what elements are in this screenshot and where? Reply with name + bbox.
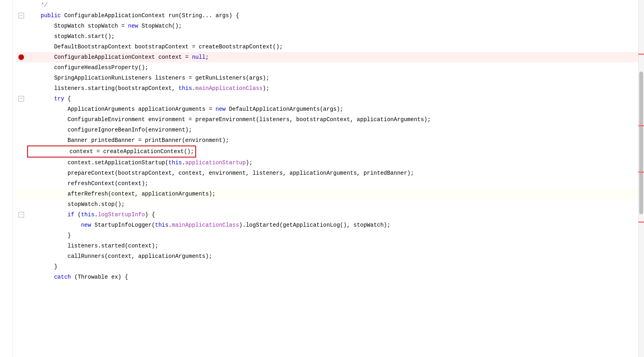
line-content: } xyxy=(26,261,638,272)
scrollbar-marker-1 xyxy=(638,54,644,55)
line-content: context = createApplicationContext(); xyxy=(26,146,638,158)
code-line: refreshContext(context); xyxy=(17,178,638,189)
fold-icon[interactable]: − xyxy=(18,13,24,18)
line-content: public ConfigurableApplicationContext ru… xyxy=(26,10,638,21)
line-content: Banner printedBanner = printBanner(envir… xyxy=(26,135,638,146)
fold-icon[interactable]: − xyxy=(18,96,24,102)
vertical-scrollbar[interactable] xyxy=(638,0,644,357)
code-line: Banner printedBanner = printBanner(envir… xyxy=(17,135,638,146)
scrollbar-marker-4 xyxy=(638,221,644,223)
line-content: new StartupInfoLogger(this.mainApplicati… xyxy=(26,220,638,230)
code-line: } xyxy=(17,230,638,241)
line-content: afterRefresh(context, applicationArgumen… xyxy=(26,189,638,199)
code-line: − if (this.logStartupInfo) { xyxy=(17,209,638,220)
code-line: context.setApplicationStartup(this.appli… xyxy=(17,158,638,168)
line-content: listeners.starting(bootstrapContext, thi… xyxy=(26,83,638,94)
line-content: try { xyxy=(26,94,638,104)
code-line: new StartupInfoLogger(this.mainApplicati… xyxy=(17,220,638,230)
line-content: refreshContext(context); xyxy=(26,178,638,189)
line-content: DefaultBootstrapContext bootstrapContext… xyxy=(26,42,638,52)
line-content: stopWatch.stop(); xyxy=(26,199,638,209)
line-content: ConfigurableApplicationContext context =… xyxy=(26,52,638,62)
scrollbar-marker-2 xyxy=(638,125,644,126)
line-content: configureIgnoreBeanInfo(environment); xyxy=(26,125,638,135)
line-content: SpringApplicationRunListeners listeners … xyxy=(26,73,638,83)
line-content: catch (Throwable ex) { xyxy=(26,272,638,282)
code-line: prepareContext(bootstrapContext, context… xyxy=(17,168,638,178)
code-line: */ xyxy=(17,0,638,10)
code-line: − public ConfigurableApplicationContext … xyxy=(17,10,638,21)
line-content: listeners.started(context); xyxy=(26,241,638,251)
code-line: stopWatch.stop(); xyxy=(17,199,638,209)
lines-wrapper: */− public ConfigurableApplicationContex… xyxy=(17,0,638,282)
line-content: } xyxy=(26,230,638,241)
code-area[interactable]: */− public ConfigurableApplicationContex… xyxy=(13,0,638,357)
scrollbar-marker-3 xyxy=(638,172,644,173)
fold-icon[interactable]: − xyxy=(18,212,24,217)
code-line: − try { xyxy=(17,94,638,104)
code-line: catch (Throwable ex) { xyxy=(17,272,638,282)
code-line: listeners.starting(bootstrapContext, thi… xyxy=(17,83,638,94)
line-content: configureHeadlessProperty(); xyxy=(26,62,638,73)
scrollbar-thumb[interactable] xyxy=(639,72,643,214)
code-line: } xyxy=(17,261,638,272)
code-line: configureIgnoreBeanInfo(environment); xyxy=(17,125,638,135)
breakpoint-icon[interactable] xyxy=(18,54,24,60)
code-line: configureHeadlessProperty(); xyxy=(17,62,638,73)
code-line: callRunners(context, applicationArgument… xyxy=(17,251,638,261)
line-content: prepareContext(bootstrapContext, context… xyxy=(26,168,638,178)
code-line: ApplicationArguments applicationArgument… xyxy=(17,104,638,114)
code-line: DefaultBootstrapContext bootstrapContext… xyxy=(17,42,638,52)
code-line: StopWatch stopWatch = new StopWatch(); xyxy=(17,21,638,31)
line-content: ApplicationArguments applicationArgument… xyxy=(26,104,638,114)
line-content: if (this.logStartupInfo) { xyxy=(26,209,638,220)
code-line: SpringApplicationRunListeners listeners … xyxy=(17,73,638,83)
code-line: ConfigurableEnvironment environment = pr… xyxy=(17,114,638,125)
code-line: listeners.started(context); xyxy=(17,241,638,251)
line-content: ConfigurableEnvironment environment = pr… xyxy=(26,114,638,125)
line-content: context.setApplicationStartup(this.appli… xyxy=(26,158,638,168)
code-line: afterRefresh(context, applicationArgumen… xyxy=(17,189,638,199)
editor-gutter xyxy=(0,0,13,357)
code-line: stopWatch.start(); xyxy=(17,31,638,42)
line-content: */ xyxy=(26,0,638,10)
code-line: ConfigurableApplicationContext context =… xyxy=(17,52,638,62)
line-content: stopWatch.start(); xyxy=(26,31,638,42)
code-editor: */− public ConfigurableApplicationContex… xyxy=(0,0,644,357)
code-line: context = createApplicationContext(); xyxy=(17,146,638,158)
line-content: StopWatch stopWatch = new StopWatch(); xyxy=(26,21,638,31)
line-content: callRunners(context, applicationArgument… xyxy=(26,251,638,261)
